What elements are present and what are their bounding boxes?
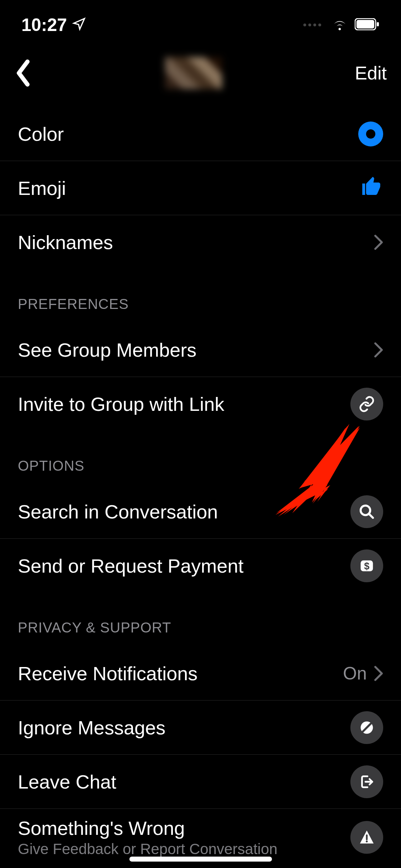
link-icon: [350, 388, 383, 420]
svg-line-4: [369, 513, 373, 518]
chevron-right-icon: [374, 234, 383, 250]
group-photo[interactable]: [165, 57, 222, 89]
section-preferences: PREFERENCES: [0, 269, 401, 323]
status-time: 10:27: [21, 15, 67, 35]
row-invite-label: Invite to Group with Link: [18, 393, 224, 415]
row-color[interactable]: Color: [0, 107, 401, 161]
chevron-left-icon: [14, 59, 32, 87]
row-invite-link[interactable]: Invite to Group with Link: [0, 377, 401, 431]
status-left: 10:27: [21, 15, 86, 35]
row-nicknames-label: Nicknames: [18, 231, 113, 253]
payment-icon: $: [350, 549, 383, 582]
row-notifications[interactable]: Receive Notifications On: [0, 646, 401, 701]
svg-point-11: [366, 841, 367, 842]
leave-icon: [350, 765, 383, 798]
row-members[interactable]: See Group Members: [0, 323, 401, 377]
svg-rect-1: [356, 20, 374, 29]
row-notifications-label: Receive Notifications: [18, 662, 197, 684]
wifi-icon: [331, 17, 348, 33]
back-button[interactable]: [14, 59, 43, 87]
row-notifications-value: On: [343, 663, 367, 684]
section-privacy: PRIVACY & SUPPORT: [0, 593, 401, 646]
row-leave[interactable]: Leave Chat: [0, 755, 401, 809]
row-payment-label: Send or Request Payment: [18, 555, 243, 577]
row-ignore[interactable]: Ignore Messages: [0, 701, 401, 755]
status-right: [303, 17, 380, 33]
row-leave-label: Leave Chat: [18, 771, 116, 793]
svg-text:$: $: [364, 561, 370, 572]
edit-button[interactable]: Edit: [344, 62, 387, 84]
svg-marker-20: [277, 428, 360, 513]
row-wrong-label: Something's Wrong: [18, 817, 277, 839]
row-ignore-label: Ignore Messages: [18, 717, 165, 739]
nav-bar: Edit: [0, 46, 401, 107]
row-search-label: Search in Conversation: [18, 501, 218, 523]
color-swatch-icon: [358, 122, 383, 146]
annotation-arrow-clean: [271, 424, 364, 517]
warning-icon: [350, 821, 383, 854]
home-indicator[interactable]: [129, 857, 272, 862]
row-emoji[interactable]: Emoji: [0, 161, 401, 215]
chevron-right-icon: [374, 666, 383, 681]
row-members-label: See Group Members: [18, 339, 196, 361]
battery-icon: [355, 18, 380, 32]
ignore-icon: [350, 711, 383, 744]
row-payment[interactable]: Send or Request Payment $: [0, 539, 401, 593]
status-bar: 10:27: [0, 0, 401, 46]
location-arrow-icon: [72, 15, 86, 35]
row-wrong-sub: Give Feedback or Report Conversation: [18, 841, 277, 858]
svg-rect-2: [377, 22, 379, 26]
signal-dots-icon: [303, 24, 321, 26]
row-color-label: Color: [18, 123, 64, 145]
thumbs-up-icon: [360, 175, 383, 201]
row-nicknames[interactable]: Nicknames: [0, 215, 401, 269]
row-emoji-label: Emoji: [18, 177, 66, 199]
chevron-right-icon: [374, 342, 383, 358]
